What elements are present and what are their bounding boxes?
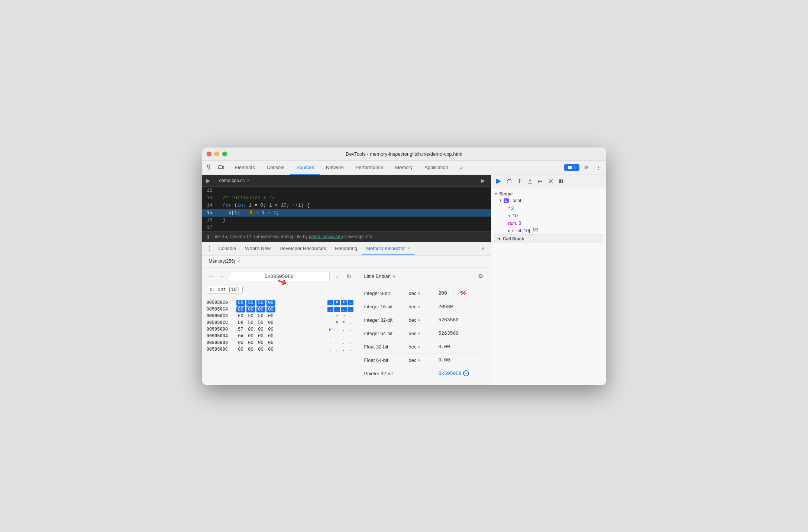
bottom-tab-more-icon[interactable]: ⋮ (205, 244, 214, 253)
device-toolbar-icon[interactable] (216, 163, 226, 172)
hex-byte[interactable]: 00 (266, 347, 275, 353)
deactivate-btn[interactable] (546, 177, 555, 186)
addr-back-btn[interactable]: ↩ (207, 272, 216, 281)
minimize-button[interactable] (214, 152, 219, 156)
hex-byte[interactable]: 00 (256, 333, 265, 339)
hex-byte[interactable]: 00 (256, 340, 265, 346)
pointer-navigate-icon[interactable]: → (463, 370, 469, 376)
hex-byte[interactable]: 00 (246, 327, 255, 332)
more-options-icon[interactable]: ⋮ (594, 163, 603, 172)
step-into-btn[interactable] (515, 177, 524, 186)
tab-console-bottom[interactable]: Console (214, 242, 241, 255)
memory-sub-tab[interactable]: Memory(256) × (205, 256, 244, 267)
ascii-char[interactable]: . (348, 300, 353, 305)
data-type-format[interactable]: dec∨ (409, 304, 439, 309)
bottom-panel-close-icon[interactable]: × (478, 244, 488, 253)
tab-memory-inspector[interactable]: Memory Inspector × (362, 242, 414, 255)
maximize-button[interactable] (222, 152, 227, 156)
hex-byte[interactable]: 00 (246, 347, 255, 353)
tab-rendering[interactable]: Rendering (330, 242, 362, 255)
hex-byte[interactable]: 0A (236, 333, 245, 339)
ascii-char[interactable]: . (348, 334, 353, 339)
pretty-print-icon[interactable]: {} (207, 234, 210, 239)
ascii-char[interactable]: . (327, 347, 333, 352)
ascii-char[interactable]: . (341, 334, 347, 339)
hex-byte[interactable]: 50 (246, 320, 255, 326)
ascii-char[interactable]: . (327, 307, 333, 312)
pointer-link[interactable]: 0x5050C8 → (439, 370, 485, 376)
ascii-char[interactable]: . (334, 327, 340, 332)
addr-forward-btn[interactable]: ↪ (217, 272, 226, 281)
tab-more[interactable]: » (454, 161, 469, 175)
ascii-char[interactable]: P (341, 314, 347, 319)
ascii-char[interactable]: . (327, 340, 333, 346)
tab-elements[interactable]: Elements (229, 161, 261, 175)
ascii-char[interactable]: . (348, 347, 353, 352)
hex-byte[interactable]: 50 (256, 320, 265, 326)
ascii-char[interactable]: P (341, 300, 347, 305)
data-type-format[interactable]: dec∨ (409, 331, 439, 336)
hex-byte[interactable]: 00 (256, 347, 265, 353)
ascii-char[interactable]: . (341, 307, 347, 312)
tab-memory[interactable]: Memory (389, 161, 418, 175)
data-type-format[interactable]: dec∨ (409, 344, 439, 350)
hex-byte[interactable]: D8 (236, 320, 245, 326)
hex-byte[interactable]: 00 (266, 306, 275, 312)
ascii-char[interactable]: . (348, 320, 353, 325)
ascii-char[interactable]: W (327, 327, 333, 332)
source-file-tab[interactable]: demo-cpp.cc × (215, 175, 255, 186)
hex-byte[interactable]: 00 (256, 306, 265, 312)
hex-byte[interactable]: 00 (266, 327, 275, 332)
ascii-char[interactable]: P (334, 320, 340, 325)
hex-byte[interactable]: 00 (246, 333, 255, 339)
ascii-char[interactable]: . (327, 320, 333, 325)
hex-byte[interactable]: 00 (266, 300, 275, 306)
hex-byte[interactable]: 00 (246, 306, 255, 312)
tab-developer-resources[interactable]: Developer Resources (275, 242, 330, 255)
ascii-char[interactable]: . (334, 334, 340, 339)
hex-byte[interactable]: E0 (236, 313, 245, 319)
hex-byte[interactable]: 50 (246, 300, 255, 306)
ascii-char[interactable]: . (334, 340, 340, 346)
comments-badge[interactable]: 1 (564, 164, 579, 171)
ascii-char[interactable]: P (334, 314, 340, 319)
addr-refresh-btn[interactable]: ↻ (345, 272, 353, 281)
source-tab-close[interactable]: × (247, 178, 249, 183)
tab-whats-new[interactable]: What's New (240, 242, 275, 255)
hex-byte[interactable]: C8 (236, 300, 245, 306)
ascii-char[interactable]: . (348, 327, 353, 332)
tab-performance[interactable]: Performance (350, 161, 389, 175)
ascii-char[interactable]: . (327, 334, 333, 339)
ascii-char[interactable]: . (341, 327, 347, 332)
hex-byte[interactable]: 00 (266, 340, 275, 346)
hex-byte[interactable]: 00 (266, 313, 275, 319)
hex-byte[interactable]: 00 (236, 340, 245, 346)
ascii-char[interactable]: P (334, 300, 340, 305)
data-panel-settings-icon[interactable]: ⚙ (476, 272, 485, 281)
endian-select[interactable]: Little Endian ∨ (364, 273, 396, 279)
tab-network[interactable]: Network (320, 161, 350, 175)
ascii-char[interactable]: . (348, 340, 353, 346)
wasm-link[interactable]: demo-cpp.wasm (309, 234, 342, 239)
hex-byte[interactable]: 00 (256, 327, 265, 332)
ascii-char[interactable]: P (341, 320, 347, 325)
step-btn[interactable] (536, 177, 545, 186)
ascii-char[interactable]: . (341, 347, 347, 352)
memory-tab-close[interactable]: × (237, 259, 240, 264)
ascii-char[interactable]: . (334, 347, 340, 352)
data-type-format[interactable]: dec∨ (409, 317, 439, 323)
memory-inspector-icon[interactable] (533, 227, 538, 234)
hex-byte[interactable]: 00 (236, 306, 245, 312)
ascii-char[interactable]: . (341, 340, 347, 346)
hex-byte[interactable]: 00 (266, 333, 275, 339)
close-button[interactable] (207, 152, 211, 156)
tab-console[interactable]: Console (261, 161, 291, 175)
step-over-btn[interactable] (505, 177, 514, 186)
hex-byte[interactable]: 50 (246, 313, 255, 319)
settings-icon[interactable]: ⚙ (582, 163, 591, 172)
hex-byte[interactable]: 00 (246, 340, 255, 346)
inspector-icon[interactable] (205, 163, 215, 172)
addr-jump-btn[interactable]: › (333, 272, 342, 281)
hex-byte[interactable]: 50 (256, 313, 265, 319)
data-type-format[interactable]: dec∨ (409, 291, 439, 296)
